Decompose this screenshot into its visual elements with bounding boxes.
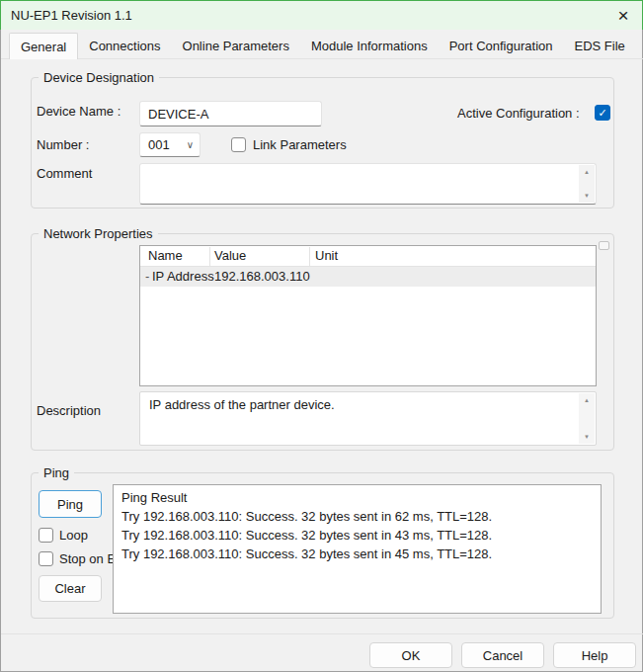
number-select[interactable]: 001 ∨ (139, 132, 201, 157)
row-name-cell: IP Address (152, 267, 214, 287)
tab-module-informations[interactable]: Module Informations (300, 34, 439, 59)
column-separator (309, 247, 310, 266)
ping-result-line: Try 192.168.003.110: Success. 32 bytes s… (121, 507, 593, 526)
ping-result-line: Try 192.168.003.110: Success. 32 bytes s… (121, 526, 593, 545)
ping-button[interactable]: Ping (39, 490, 102, 518)
chevron-down-icon: ∨ (187, 140, 194, 150)
column-header-unit[interactable]: Unit (315, 246, 338, 266)
description-box: IP address of the partner device. ▲ ▼ (139, 391, 597, 446)
column-header-name[interactable]: Name (148, 246, 183, 266)
scroll-up-icon[interactable]: ▲ (584, 168, 590, 176)
close-icon: × (617, 5, 628, 27)
tabstrip: General Connections Online Parameters Mo… (9, 33, 642, 59)
comment-scrollbar[interactable]: ▲ ▼ (579, 165, 595, 203)
scroll-down-icon[interactable]: ▼ (584, 433, 590, 441)
titlebar[interactable]: NU-EP1 Revision 1.1 × (1, 1, 642, 30)
row-expand-mark[interactable]: - (145, 267, 149, 287)
scroll-down-icon[interactable]: ▼ (584, 192, 590, 200)
device-designation-group-label: Device Designation (39, 69, 159, 86)
link-parameters-checkbox[interactable] (231, 137, 246, 152)
network-properties-group-label: Network Properties (39, 225, 158, 242)
device-name-label: Device Name : (37, 104, 121, 119)
loop-checkbox[interactable] (39, 528, 53, 543)
tab-general[interactable]: General (9, 33, 78, 59)
tab-online-parameters[interactable]: Online Parameters (172, 34, 300, 59)
description-label: Description (37, 403, 101, 418)
loop-label[interactable]: Loop (59, 528, 88, 543)
tab-port-configuration[interactable]: Port Configuration (439, 34, 564, 59)
dialog-window: NU-EP1 Revision 1.1 × General Connection… (0, 0, 643, 672)
number-label: Number : (37, 137, 89, 152)
ping-result-line: Try 192.168.003.110: Success. 32 bytes s… (121, 545, 593, 563)
device-name-input[interactable] (140, 102, 321, 126)
ping-result-line: Ping Result (121, 488, 593, 507)
comment-textarea[interactable]: ▲ ▼ (139, 163, 597, 205)
help-button[interactable]: Help (553, 642, 636, 668)
link-parameters-label[interactable]: Link Parameters (253, 137, 347, 152)
scroll-up-icon[interactable]: ▲ (584, 396, 590, 404)
close-button[interactable]: × (610, 1, 636, 30)
ping-result-box: Ping Result Try 192.168.003.110: Success… (113, 484, 602, 614)
table-row-ip-address[interactable]: - IP Address 192.168.003.110 (140, 267, 596, 287)
device-name-field (139, 101, 322, 126)
cancel-button[interactable]: Cancel (461, 642, 544, 668)
tab-connections[interactable]: Connections (78, 34, 171, 59)
table-corner-box (599, 241, 609, 250)
ping-group-label: Ping (39, 464, 74, 481)
stop-on-error-checkbox[interactable] (39, 551, 53, 566)
column-separator (209, 247, 210, 266)
window-title: NU-EP1 Revision 1.1 (11, 1, 132, 30)
row-value-cell: 192.168.003.110 (214, 267, 310, 287)
comment-label: Comment (37, 166, 92, 181)
column-header-value[interactable]: Value (214, 246, 246, 266)
number-value: 001 (148, 137, 170, 152)
check-icon: ✓ (598, 108, 606, 119)
active-configuration-checkbox[interactable]: ✓ (595, 105, 610, 121)
description-scrollbar[interactable]: ▲ ▼ (579, 393, 595, 444)
tab-eds-file[interactable]: EDS File (563, 34, 635, 59)
ok-button[interactable]: OK (369, 642, 452, 668)
clear-button[interactable]: Clear (39, 575, 102, 602)
active-configuration-label: Active Configuration : (457, 106, 580, 121)
network-properties-table: Name Value Unit - IP Address 192.168.003… (139, 245, 597, 386)
footer-divider (1, 633, 643, 634)
description-text: IP address of the partner device. (149, 397, 335, 412)
table-header: Name Value Unit (140, 246, 596, 267)
